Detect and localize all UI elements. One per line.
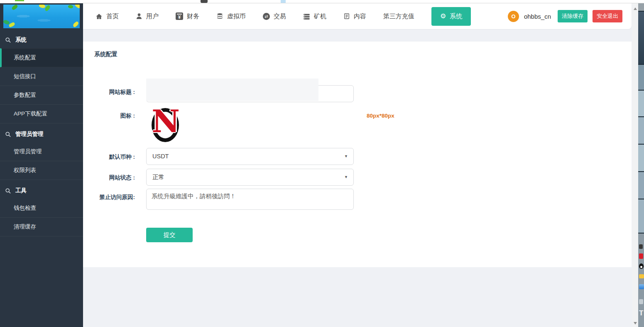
redaction-overlay — [146, 79, 318, 101]
nav-third-party-recharge[interactable]: 第三方充值 — [383, 12, 414, 20]
desktop-segment — [638, 64, 644, 90]
nav-label: 系统 — [450, 12, 462, 20]
default-coin-select[interactable]: USDT ▼ — [146, 148, 354, 165]
sidebar-item-clear-cache[interactable]: 清理缓存 — [0, 218, 83, 236]
site-icon-image[interactable]: N — [148, 108, 184, 143]
chrome-fragment-dark — [201, 0, 208, 3]
username[interactable]: ohbbs_cn — [524, 13, 551, 20]
submit-button[interactable]: 提交 — [146, 228, 193, 242]
site-title-label: 网站标题 : — [83, 89, 135, 96]
sidebar-item-label: 钱包检查 — [14, 205, 36, 211]
sidebar-item-label: 管理员管理 — [14, 148, 42, 155]
nav-label: 矿机 — [314, 12, 326, 20]
sidebar-item-label: 参数配置 — [14, 92, 36, 98]
sidebar: 系统 系统配置 短信接口 参数配置 APP下载配置 管理员管理 管理员管理 权限… — [0, 3, 83, 327]
sidebar-item-permission-list[interactable]: 权限列表 — [0, 161, 83, 180]
nav-label: 交易 — [274, 12, 286, 20]
sidebar-item-param-config[interactable]: 参数配置 — [0, 86, 83, 105]
desktop-segment — [638, 171, 644, 199]
screen: 系统 系统配置 短信接口 参数配置 APP下载配置 管理员管理 管理员管理 权限… — [0, 0, 644, 327]
magnifier-icon — [5, 37, 11, 43]
desktop-label-fragment: T — [639, 309, 643, 317]
magnifier-icon — [5, 131, 11, 138]
sidebar-section-admin: 管理员管理 — [0, 125, 83, 143]
clear-cache-button[interactable]: 清除缓存 — [558, 10, 588, 22]
sidebar-section-label: 工具 — [15, 187, 27, 194]
leaf-icon — [11, 5, 18, 10]
leaf-icon — [68, 5, 73, 9]
leaf-icon — [72, 21, 79, 27]
content-card: 系统配置 网站标题 : 图标 : N 80px*80px 默认币种 : USDT… — [83, 42, 632, 267]
scroll-down-icon[interactable] — [634, 322, 637, 325]
nav-users[interactable]: 用户 — [136, 12, 159, 20]
main-nav: 首页 用户 ¥ 财务 虚拟币 ⇄ 交易 矿机 — [95, 7, 471, 26]
nav-label: 第三方充值 — [383, 12, 414, 20]
sidebar-item-sms-api[interactable]: 短信接口 — [0, 67, 83, 86]
default-coin-label: 默认币种 : — [83, 153, 135, 161]
browser-chrome-edge — [0, 0, 644, 3]
deny-reason-label: 禁止访问原因: — [83, 194, 135, 201]
leaf-icon — [74, 5, 80, 9]
nav-home[interactable]: 首页 — [95, 12, 119, 20]
avatar[interactable]: O — [508, 11, 519, 22]
icon-letter: N — [152, 105, 180, 138]
top-navbar: 首页 用户 ¥ 财务 虚拟币 ⇄ 交易 矿机 — [83, 3, 632, 29]
chrome-fragment-blue — [281, 0, 286, 3]
nav-finance[interactable]: ¥ 财务 — [176, 12, 199, 20]
desktop-icon-fragment — [639, 274, 644, 278]
nav-label: 虚拟币 — [227, 12, 246, 20]
logout-button[interactable]: 安全退出 — [593, 10, 622, 22]
select-value: 正常 — [152, 174, 164, 180]
nav-trade[interactable]: ⇄ 交易 — [263, 12, 286, 20]
chevron-down-icon: ▼ — [344, 169, 348, 185]
icon-size-hint: 80px*80px — [367, 113, 394, 119]
desktop-icon-fragment — [639, 263, 644, 269]
user-cluster: O ohbbs_cn 清除缓存 安全退出 — [508, 10, 622, 22]
desktop-segment — [638, 116, 644, 144]
nav-content[interactable]: 内容 — [343, 12, 366, 20]
desktop-segment — [638, 11, 644, 64]
chrome-fragment-green — [15, 0, 24, 1]
site-status-select[interactable]: 正常 ▼ — [146, 169, 354, 186]
nav-label: 用户 — [146, 12, 159, 20]
desktop-segment — [638, 199, 644, 233]
select-value: USDT — [152, 153, 169, 160]
nav-miner[interactable]: 矿机 — [303, 12, 326, 20]
page-scrollbar[interactable] — [632, 3, 638, 327]
sidebar-section-tools: 工具 — [0, 182, 83, 199]
chevron-down-icon: ▼ — [344, 148, 348, 165]
site-status-label: 网站状态 : — [83, 174, 135, 182]
document-icon — [343, 13, 350, 20]
magnifier-icon — [5, 188, 11, 194]
desktop-icon-fragment — [639, 284, 644, 289]
server-icon — [303, 13, 310, 20]
trade-icon: ⇄ — [263, 13, 270, 20]
scroll-up-icon[interactable] — [634, 7, 637, 10]
nav-crypto[interactable]: 虚拟币 — [216, 12, 246, 20]
deny-reason-textarea[interactable]: 系统升級維護中，請稍後訪問！ — [146, 189, 354, 210]
logo-wave-decoration — [11, 14, 61, 23]
nav-label: 首页 — [106, 12, 119, 20]
desktop-segment — [638, 90, 644, 116]
nav-label: 财务 — [187, 12, 199, 20]
yen-icon: ¥ — [176, 12, 183, 20]
sidebar-item-system-config[interactable]: 系统配置 — [0, 48, 83, 67]
sidebar-section-system: 系统 — [0, 31, 83, 48]
page-title: 系统配置 — [94, 51, 118, 58]
home-icon — [95, 13, 103, 20]
sidebar-item-admin-manage[interactable]: 管理员管理 — [0, 143, 83, 161]
desktop-icon-fragment — [639, 299, 643, 304]
desktop-icon-fragment — [639, 253, 643, 259]
gear-icon: ⚙ — [440, 13, 446, 20]
sidebar-item-wallet-check[interactable]: 钱包检查 — [0, 199, 83, 218]
sidebar-item-label: 清理缓存 — [14, 224, 36, 230]
sidebar-item-label: 权限列表 — [14, 167, 36, 173]
user-icon — [136, 13, 142, 20]
nav-system-active[interactable]: ⚙ 系统 — [431, 7, 471, 26]
desktop-segment — [638, 144, 644, 171]
desktop-behind-window: T — [638, 0, 644, 327]
icon-label: 图标 : — [83, 112, 135, 120]
desktop-icon-fragment — [639, 244, 643, 249]
site-logo[interactable] — [3, 5, 80, 28]
sidebar-item-app-download-config[interactable]: APP下载配置 — [0, 105, 83, 123]
